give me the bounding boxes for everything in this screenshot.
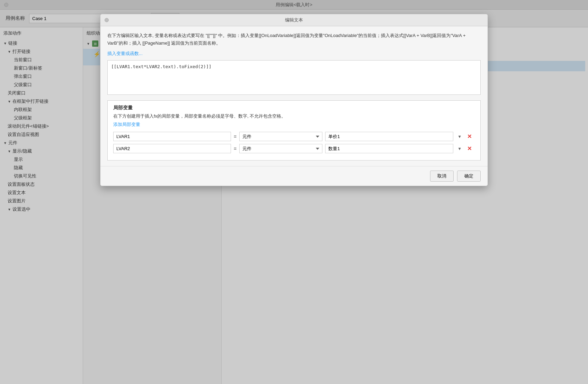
- var-row-1: = 元件 全局变量 ▼ ✕: [113, 132, 475, 141]
- var-name-input-1[interactable]: [113, 132, 231, 141]
- modal-title: 编辑文本: [285, 17, 303, 23]
- ok-button[interactable]: 确定: [457, 171, 481, 182]
- var-chevron-icon-2[interactable]: ▼: [456, 145, 463, 152]
- var-equals-1: =: [234, 134, 237, 139]
- var-chevron-icon-1[interactable]: ▼: [456, 133, 463, 140]
- modal-description: 在下方编辑区输入文本, 变量名称或表达式要写在 "[[""]]" 中。例如：插入…: [107, 32, 481, 47]
- modal-footer: 取消 确定: [100, 166, 488, 186]
- var-value-input-2[interactable]: [325, 144, 453, 153]
- cancel-button[interactable]: 取消: [430, 171, 454, 182]
- local-vars-desc: 在下方创建用于插入fx的局部变量，局部变量名称必须是字母、数字, 不允许包含空格…: [113, 113, 475, 119]
- var-delete-button-2[interactable]: ✕: [466, 145, 473, 152]
- var-equals-2: =: [234, 146, 237, 152]
- var-delete-button-1[interactable]: ✕: [466, 133, 473, 140]
- var-type-select-2[interactable]: 元件 全局变量: [239, 144, 322, 153]
- local-vars-title: 局部变量: [113, 105, 475, 111]
- modal-close-dot[interactable]: [105, 18, 109, 22]
- insert-variable-link[interactable]: 插入变量或函数...: [107, 51, 143, 57]
- modal-body: 在下方编辑区输入文本, 变量名称或表达式要写在 "[[""]]" 中。例如：插入…: [100, 26, 488, 166]
- var-name-input-2[interactable]: [113, 144, 231, 153]
- modal-overlay: 编辑文本 在下方编辑区输入文本, 变量名称或表达式要写在 "[[""]]" 中。…: [0, 0, 588, 384]
- add-local-var-link[interactable]: 添加局部变量: [113, 121, 140, 128]
- edit-text-modal: 编辑文本 在下方编辑区输入文本, 变量名称或表达式要写在 "[[""]]" 中。…: [100, 14, 488, 186]
- var-row-2: = 元件 全局变量 ▼ ✕: [113, 144, 475, 153]
- local-vars-section: 局部变量 在下方创建用于插入fx的局部变量，局部变量名称必须是字母、数字, 不允…: [107, 100, 481, 161]
- var-type-select-1[interactable]: 元件 全局变量: [239, 132, 322, 141]
- var-value-input-1[interactable]: [325, 132, 453, 141]
- modal-titlebar: 编辑文本: [100, 14, 488, 26]
- text-editor[interactable]: [[LVAR1.text*LVAR2.text).toFixed(2)]]: [107, 60, 481, 95]
